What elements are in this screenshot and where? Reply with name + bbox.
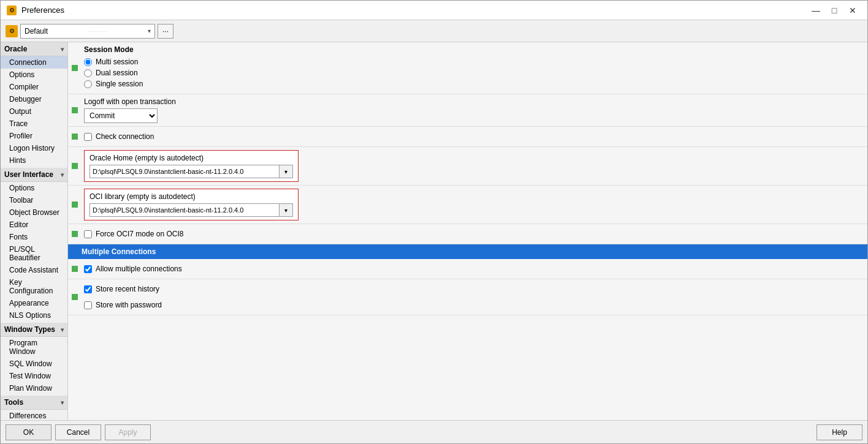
app-icon: ⚙: [7, 6, 17, 15]
sidebar-item-debugger[interactable]: Debugger: [1, 93, 67, 105]
single-session-radio[interactable]: [84, 80, 92, 88]
sidebar-item-program-window[interactable]: Program Window: [1, 337, 67, 358]
sidebar-item-editor[interactable]: Editor: [1, 219, 67, 231]
allow-multiple-section: Allow multiple connections: [82, 259, 867, 279]
toolbar-icon: ⚙: [6, 25, 18, 37]
store-history-section: Store recent history Store with password: [82, 279, 867, 315]
apply-button[interactable]: Apply: [105, 424, 151, 440]
oracle-home-indicator: [68, 147, 82, 185]
sidebar-item-connection[interactable]: Connection: [1, 56, 67, 69]
check-connection-green-sq: [72, 134, 78, 140]
session-mode-radio-group: Multi session Dual session Single sessio…: [84, 58, 865, 88]
empty-space: [68, 315, 867, 420]
sidebar-category-user-interface[interactable]: User Interface ▾: [1, 168, 67, 182]
oci-library-indicator: [68, 186, 82, 224]
sidebar-item-nls-options[interactable]: NLS Options: [1, 309, 67, 322]
store-history-indicator: [68, 279, 82, 315]
window-controls: — □ ✕: [807, 4, 861, 17]
oracle-home-box: Oracle Home (empty is autodetect) ▾: [84, 150, 299, 182]
logoff-green-sq: [72, 107, 78, 113]
sidebar-category-oracle[interactable]: Oracle ▾: [1, 42, 67, 56]
allow-multiple-checkbox-label[interactable]: Allow multiple connections: [84, 265, 865, 273]
sidebar-item-plan-window[interactable]: Plan Window: [1, 382, 67, 394]
sidebar-item-options-oracle[interactable]: Options: [1, 69, 67, 81]
sidebar-category-tools[interactable]: Tools ▾: [1, 396, 67, 410]
ui-arrow-icon: ▾: [61, 171, 64, 178]
session-mode-indicator: [68, 42, 82, 94]
sidebar: Oracle ▾ Connection Options Compiler Deb…: [1, 42, 68, 420]
sidebar-item-options-ui[interactable]: Options: [1, 182, 67, 194]
dual-session-option[interactable]: Dual session: [84, 69, 865, 77]
session-mode-title: Session Mode: [84, 45, 865, 54]
multi-session-option[interactable]: Multi session: [84, 58, 865, 66]
session-mode-section: Session Mode Multi session Dual session: [82, 42, 867, 94]
sidebar-item-hints[interactable]: Hints: [1, 154, 67, 167]
store-history-checkbox[interactable]: [84, 285, 92, 293]
store-password-checkbox[interactable]: [84, 301, 92, 309]
sidebar-item-key-configuration[interactable]: Key Configuration: [1, 276, 67, 297]
sidebar-item-output[interactable]: Output: [1, 105, 67, 118]
bottom-bar: OK Cancel Apply Help: [1, 420, 867, 443]
oracle-home-green-sq: [72, 163, 78, 169]
store-history-green-sq: [72, 294, 78, 300]
sidebar-item-trace[interactable]: Trace: [1, 118, 67, 130]
force-oci7-checkbox[interactable]: [84, 230, 92, 238]
sidebar-item-test-window[interactable]: Test Window: [1, 370, 67, 382]
window-title: Preferences: [21, 6, 64, 15]
oracle-home-section: Oracle Home (empty is autodetect) ▾: [82, 147, 867, 185]
window-types-arrow-icon: ▾: [61, 326, 64, 333]
sidebar-item-plsql-beautifier[interactable]: PL/SQL Beautifier: [1, 243, 67, 264]
cancel-button[interactable]: Cancel: [55, 424, 101, 440]
sidebar-item-logon-history[interactable]: Logon History: [1, 142, 67, 154]
sidebar-item-differences[interactable]: Differences: [1, 410, 67, 420]
check-connection-indicator: [68, 127, 82, 146]
force-oci7-checkbox-label[interactable]: Force OCI7 mode on OCI8: [84, 230, 865, 238]
sidebar-category-window-types[interactable]: Window Types ▾: [1, 323, 67, 337]
store-password-checkbox-label[interactable]: Store with password: [84, 301, 865, 309]
logoff-dropdown[interactable]: Commit Rollback Ask: [84, 108, 158, 123]
check-connection-checkbox[interactable]: [84, 133, 92, 141]
content-area: Session Mode Multi session Dual session: [68, 42, 867, 420]
allow-multiple-green-sq: [72, 266, 78, 272]
oci-library-input[interactable]: [89, 203, 280, 217]
tools-arrow-icon: ▾: [61, 399, 64, 406]
sidebar-item-profiler[interactable]: Profiler: [1, 130, 67, 142]
force-oci7-indicator: [68, 224, 82, 244]
oracle-home-label: Oracle Home (empty is autodetect): [89, 154, 293, 162]
multi-session-radio[interactable]: [84, 58, 92, 66]
maximize-button[interactable]: □: [826, 4, 843, 17]
oracle-home-dropdown-btn[interactable]: ▾: [280, 165, 293, 178]
multiple-connections-header: Multiple Connections: [68, 244, 867, 259]
sidebar-item-fonts[interactable]: Fonts: [1, 231, 67, 243]
oracle-home-input[interactable]: [89, 165, 280, 178]
sidebar-item-appearance[interactable]: Appearance: [1, 297, 67, 309]
connection-dropdown[interactable]: Default · · · · · · · ▾: [20, 24, 155, 39]
oci-library-green-sq: [72, 201, 78, 208]
toolbar: ⚙ Default · · · · · · · ▾ ···: [1, 20, 867, 42]
bottom-right-buttons: Help: [817, 424, 862, 440]
store-history-checkbox-label[interactable]: Store recent history: [84, 285, 865, 293]
bottom-left-buttons: OK Cancel Apply: [6, 424, 151, 440]
ok-button[interactable]: OK: [6, 424, 51, 440]
dual-session-radio[interactable]: [84, 69, 92, 77]
close-button[interactable]: ✕: [844, 4, 861, 17]
oci-library-label: OCI library (empty is autodetect): [89, 192, 293, 201]
allow-multiple-checkbox[interactable]: [84, 265, 92, 273]
sidebar-item-compiler[interactable]: Compiler: [1, 81, 67, 93]
oracle-arrow-icon: ▾: [61, 46, 64, 53]
sidebar-item-sql-window[interactable]: SQL Window: [1, 358, 67, 370]
force-oci7-section: Force OCI7 mode on OCI8: [82, 224, 867, 244]
sidebar-item-code-assistant[interactable]: Code Assistant: [1, 264, 67, 276]
single-session-option[interactable]: Single session: [84, 80, 865, 88]
check-connection-section: Check connection: [82, 127, 867, 146]
force-oci7-green-sq: [72, 231, 78, 237]
sidebar-item-toolbar[interactable]: Toolbar: [1, 194, 67, 206]
dropdown-dots: · · · · · · ·: [48, 28, 148, 34]
oci-library-dropdown-btn[interactable]: ▾: [280, 203, 293, 217]
check-connection-checkbox-label[interactable]: Check connection: [84, 132, 865, 141]
more-options-button[interactable]: ···: [158, 24, 173, 39]
sidebar-item-object-browser[interactable]: Object Browser: [1, 206, 67, 219]
logoff-label: Logoff with open transaction: [84, 97, 865, 106]
minimize-button[interactable]: —: [807, 4, 824, 17]
help-button[interactable]: Help: [817, 424, 862, 440]
